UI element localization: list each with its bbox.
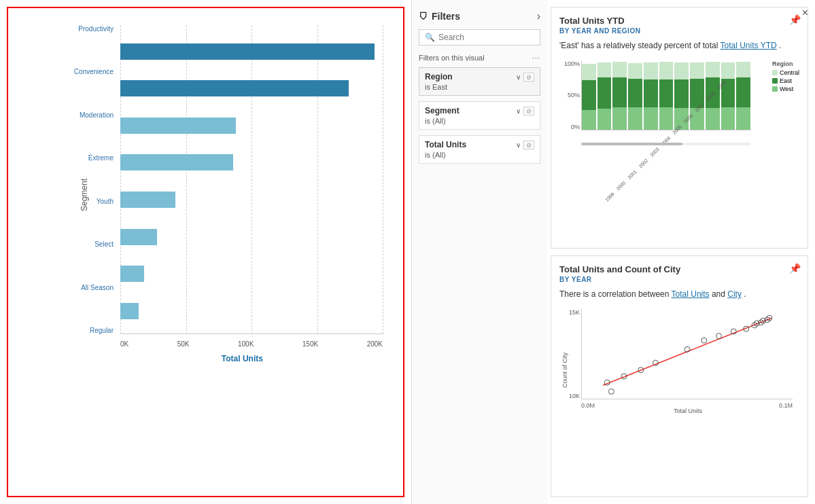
filter-chevron-totalunits[interactable]: ∨ [516,141,521,149]
bars-area [120,25,383,334]
insight-title-city: Total Units and Count of City [559,264,799,274]
filter-chevron-region[interactable]: ∨ [516,73,521,81]
filter-card-segment[interactable]: Segment ∨ ⊘ is (All) [419,101,540,130]
seg-central-2007 [706,62,720,77]
stacked-legend: Region Central East West [772,60,799,92]
seg-west-2000 [597,109,612,130]
filter-value-segment: is (All) [425,117,534,125]
legend-dot-east [772,78,778,84]
scatter-x-01m: 0.1M [779,402,793,409]
filter-clear-totalunits[interactable]: ⊘ [523,141,534,149]
bar-fill-allseason [120,266,144,282]
legend-east: East [772,77,799,84]
search-input[interactable] [438,33,534,42]
filters-more-icon[interactable]: ··· [532,54,540,62]
stacked-col-2008 [721,62,735,130]
seg-west-2003 [644,107,658,130]
legend-west: West [772,86,799,92]
filter-value-region: is East [425,83,534,91]
stacked-col-1999 [582,64,596,130]
bar-regular[interactable] [120,294,383,328]
city-text-highlight2[interactable]: City [727,289,742,299]
bar-select[interactable] [120,220,383,254]
filters-title: ⛉ Filters [419,11,460,22]
insight-text-city: There is a correlation between Total Uni… [559,289,799,300]
stacked-col-2000 [597,62,612,130]
x-label-2003: 2003 [649,147,660,158]
seg-west-2004 [659,107,674,130]
bar-label-select: Select [63,240,114,248]
seg-east-2001 [612,77,627,107]
filter-card-region[interactable]: Region ∨ ⊘ is East [419,67,540,96]
scatter-svg [582,309,793,399]
filter-clear-region[interactable]: ⊘ [523,73,534,82]
legend-label-central: Central [780,69,799,76]
seg-central-2005 [674,62,689,79]
stacked-y-label-50: 50% [559,92,580,98]
bar-fill-select [120,229,157,245]
scatter-x-title: Total Units [674,408,702,414]
x-tick-0: 0K [120,340,128,348]
seg-east-2002 [628,79,642,107]
gridline-100 [383,25,383,334]
city-text-part1: There is a correlation between [559,289,672,299]
seg-central-2001 [612,62,627,77]
filter-clear-segment[interactable]: ⊘ [523,107,534,115]
stacked-col-2001 [612,62,627,130]
filter-chevron-segment[interactable]: ∨ [516,107,521,115]
legend-dot-central [772,70,778,75]
bar-fill-youth [120,192,175,208]
x-tick-2: 100K [238,340,254,348]
legend-label-west: West [780,86,793,92]
filters-panel: ⛉ Filters › 🔍 Filters on this visual ···… [411,0,547,504]
seg-central-2002 [628,63,642,79]
seg-central-2008 [721,62,735,79]
bar-convenience[interactable] [120,71,383,105]
pin-icon-city[interactable]: 📌 [789,263,801,274]
main-container: Segment Productivity Convenience Moderat… [0,0,815,504]
bar-label-regular: Regular [63,327,114,334]
filters-on-visual-label: Filters on this visual [419,54,485,62]
bar-allseason[interactable] [120,257,383,291]
seg-central-1999 [582,64,596,80]
stacked-bar-chart: 100% 50% 0% [559,57,799,145]
x-axis-line [120,334,383,334]
bar-productivity[interactable] [120,35,383,69]
bar-fill-regular [120,303,139,319]
seg-west-1999 [582,110,596,130]
bar-extreme[interactable] [120,145,383,179]
filters-title-label: Filters [432,11,460,22]
stacked-col-2003 [644,62,658,130]
city-text-highlight1[interactable]: Total Units [672,289,710,299]
stacked-y-label-100: 100% [559,60,580,67]
insight-text-highlight[interactable]: Total Units YTD [721,41,777,50]
scatter-area [581,309,793,399]
scatter-y-15k: 15K [569,309,580,316]
insight-text-part1: 'East' has a relatively steady percent o… [559,41,721,50]
filter-card-totalunits[interactable]: Total Units ∨ ⊘ is (All) [419,135,540,164]
bar-youth[interactable] [120,183,383,217]
seg-west-2007 [706,108,720,130]
filter-icon: ⛉ [419,12,428,22]
bar-label-convenience: Convenience [63,68,114,75]
filter-name-totalunits: Total Units [425,140,466,149]
legend-dot-west [772,86,778,92]
pin-icon-ytd[interactable]: 📌 [789,14,801,25]
trend-line [603,318,771,385]
stacked-scrollbar[interactable] [581,143,750,145]
insight-subtitle-city: BY YEAR [559,276,799,283]
x-axis-label: Total Units [222,354,263,363]
close-button[interactable]: × [802,7,808,19]
stacked-scrollbar-handle[interactable] [581,143,682,145]
seg-central-2004 [659,62,674,79]
bar-moderation[interactable] [120,109,383,143]
seg-central-2000 [597,62,612,77]
filters-chevron[interactable]: › [537,10,540,22]
bar-fill-convenience [120,80,349,96]
bar-fill-extreme [120,154,233,170]
seg-east-2005 [674,79,689,109]
insight-text-part2: . [777,41,782,50]
stacked-bars-container [581,60,750,130]
seg-west-2008 [721,107,735,130]
filters-on-visual-row: Filters on this visual ··· [419,54,540,62]
